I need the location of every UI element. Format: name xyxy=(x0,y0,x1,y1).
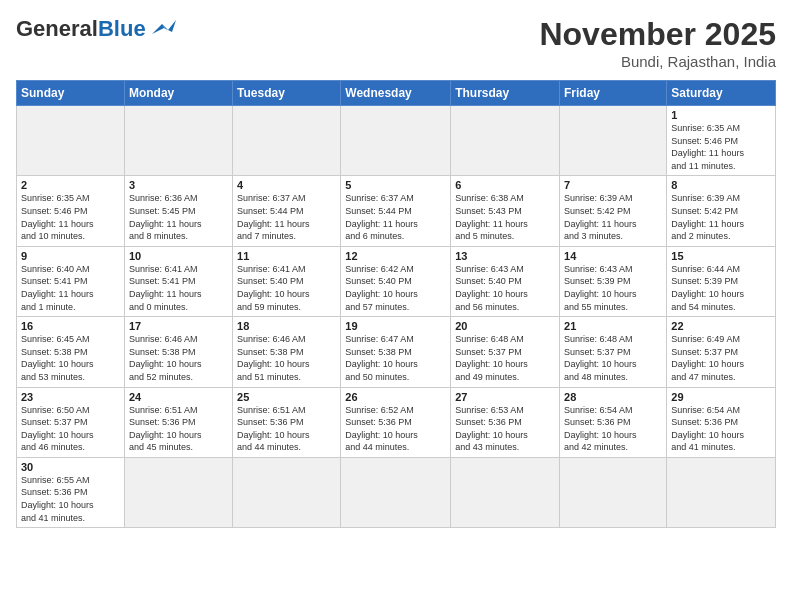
day-info: Sunrise: 6:36 AM Sunset: 5:45 PM Dayligh… xyxy=(129,192,228,242)
day-info: Sunrise: 6:37 AM Sunset: 5:44 PM Dayligh… xyxy=(345,192,446,242)
calendar-cell: 16Sunrise: 6:45 AM Sunset: 5:38 PM Dayli… xyxy=(17,317,125,387)
day-info: Sunrise: 6:37 AM Sunset: 5:44 PM Dayligh… xyxy=(237,192,336,242)
day-number: 30 xyxy=(21,461,120,473)
day-number: 19 xyxy=(345,320,446,332)
week-row-2: 9Sunrise: 6:40 AM Sunset: 5:41 PM Daylig… xyxy=(17,246,776,316)
day-number: 5 xyxy=(345,179,446,191)
day-info: Sunrise: 6:55 AM Sunset: 5:36 PM Dayligh… xyxy=(21,474,120,524)
logo-general: General xyxy=(16,16,98,42)
calendar-cell xyxy=(341,106,451,176)
day-number: 25 xyxy=(237,391,336,403)
day-info: Sunrise: 6:46 AM Sunset: 5:38 PM Dayligh… xyxy=(237,333,336,383)
day-number: 22 xyxy=(671,320,771,332)
calendar-cell: 9Sunrise: 6:40 AM Sunset: 5:41 PM Daylig… xyxy=(17,246,125,316)
calendar-cell xyxy=(560,106,667,176)
day-info: Sunrise: 6:43 AM Sunset: 5:40 PM Dayligh… xyxy=(455,263,555,313)
day-number: 9 xyxy=(21,250,120,262)
calendar-cell: 15Sunrise: 6:44 AM Sunset: 5:39 PM Dayli… xyxy=(667,246,776,316)
day-number: 16 xyxy=(21,320,120,332)
calendar-cell: 17Sunrise: 6:46 AM Sunset: 5:38 PM Dayli… xyxy=(124,317,232,387)
week-row-5: 30Sunrise: 6:55 AM Sunset: 5:36 PM Dayli… xyxy=(17,457,776,527)
page: GeneralBlue November 2025 Bundi, Rajasth… xyxy=(0,0,792,612)
calendar-cell xyxy=(667,457,776,527)
day-info: Sunrise: 6:48 AM Sunset: 5:37 PM Dayligh… xyxy=(564,333,662,383)
calendar-cell xyxy=(233,457,341,527)
day-number: 1 xyxy=(671,109,771,121)
calendar-cell: 28Sunrise: 6:54 AM Sunset: 5:36 PM Dayli… xyxy=(560,387,667,457)
col-header-friday: Friday xyxy=(560,81,667,106)
day-number: 6 xyxy=(455,179,555,191)
month-title: November 2025 xyxy=(539,16,776,53)
day-info: Sunrise: 6:39 AM Sunset: 5:42 PM Dayligh… xyxy=(671,192,771,242)
calendar-cell xyxy=(233,106,341,176)
calendar-cell: 13Sunrise: 6:43 AM Sunset: 5:40 PM Dayli… xyxy=(451,246,560,316)
day-number: 28 xyxy=(564,391,662,403)
calendar-cell: 30Sunrise: 6:55 AM Sunset: 5:36 PM Dayli… xyxy=(17,457,125,527)
week-row-0: 1Sunrise: 6:35 AM Sunset: 5:46 PM Daylig… xyxy=(17,106,776,176)
day-info: Sunrise: 6:35 AM Sunset: 5:46 PM Dayligh… xyxy=(21,192,120,242)
day-info: Sunrise: 6:53 AM Sunset: 5:36 PM Dayligh… xyxy=(455,404,555,454)
day-number: 2 xyxy=(21,179,120,191)
calendar-cell xyxy=(17,106,125,176)
day-number: 27 xyxy=(455,391,555,403)
day-number: 8 xyxy=(671,179,771,191)
calendar-cell: 25Sunrise: 6:51 AM Sunset: 5:36 PM Dayli… xyxy=(233,387,341,457)
calendar-cell xyxy=(341,457,451,527)
day-number: 17 xyxy=(129,320,228,332)
day-info: Sunrise: 6:51 AM Sunset: 5:36 PM Dayligh… xyxy=(129,404,228,454)
col-header-monday: Monday xyxy=(124,81,232,106)
calendar-cell: 26Sunrise: 6:52 AM Sunset: 5:36 PM Dayli… xyxy=(341,387,451,457)
logo-area: GeneralBlue xyxy=(16,16,178,42)
col-header-tuesday: Tuesday xyxy=(233,81,341,106)
day-number: 3 xyxy=(129,179,228,191)
calendar-cell xyxy=(451,106,560,176)
day-number: 21 xyxy=(564,320,662,332)
calendar-cell: 11Sunrise: 6:41 AM Sunset: 5:40 PM Dayli… xyxy=(233,246,341,316)
day-number: 14 xyxy=(564,250,662,262)
col-header-thursday: Thursday xyxy=(451,81,560,106)
day-number: 18 xyxy=(237,320,336,332)
calendar-cell xyxy=(124,106,232,176)
col-header-saturday: Saturday xyxy=(667,81,776,106)
calendar-cell: 1Sunrise: 6:35 AM Sunset: 5:46 PM Daylig… xyxy=(667,106,776,176)
calendar-cell: 12Sunrise: 6:42 AM Sunset: 5:40 PM Dayli… xyxy=(341,246,451,316)
title-area: November 2025 Bundi, Rajasthan, India xyxy=(539,16,776,70)
week-row-1: 2Sunrise: 6:35 AM Sunset: 5:46 PM Daylig… xyxy=(17,176,776,246)
calendar-cell: 21Sunrise: 6:48 AM Sunset: 5:37 PM Dayli… xyxy=(560,317,667,387)
day-number: 7 xyxy=(564,179,662,191)
day-number: 12 xyxy=(345,250,446,262)
day-info: Sunrise: 6:43 AM Sunset: 5:39 PM Dayligh… xyxy=(564,263,662,313)
day-number: 24 xyxy=(129,391,228,403)
calendar-cell: 6Sunrise: 6:38 AM Sunset: 5:43 PM Daylig… xyxy=(451,176,560,246)
calendar-cell: 2Sunrise: 6:35 AM Sunset: 5:46 PM Daylig… xyxy=(17,176,125,246)
day-info: Sunrise: 6:48 AM Sunset: 5:37 PM Dayligh… xyxy=(455,333,555,383)
day-info: Sunrise: 6:46 AM Sunset: 5:38 PM Dayligh… xyxy=(129,333,228,383)
calendar-cell: 3Sunrise: 6:36 AM Sunset: 5:45 PM Daylig… xyxy=(124,176,232,246)
col-header-sunday: Sunday xyxy=(17,81,125,106)
day-info: Sunrise: 6:35 AM Sunset: 5:46 PM Dayligh… xyxy=(671,122,771,172)
header: GeneralBlue November 2025 Bundi, Rajasth… xyxy=(16,16,776,70)
calendar-cell: 10Sunrise: 6:41 AM Sunset: 5:41 PM Dayli… xyxy=(124,246,232,316)
calendar: SundayMondayTuesdayWednesdayThursdayFrid… xyxy=(16,80,776,528)
calendar-cell xyxy=(451,457,560,527)
day-info: Sunrise: 6:39 AM Sunset: 5:42 PM Dayligh… xyxy=(564,192,662,242)
logo-blue: Blue xyxy=(98,16,146,42)
calendar-cell: 20Sunrise: 6:48 AM Sunset: 5:37 PM Dayli… xyxy=(451,317,560,387)
calendar-cell: 7Sunrise: 6:39 AM Sunset: 5:42 PM Daylig… xyxy=(560,176,667,246)
day-info: Sunrise: 6:40 AM Sunset: 5:41 PM Dayligh… xyxy=(21,263,120,313)
day-info: Sunrise: 6:38 AM Sunset: 5:43 PM Dayligh… xyxy=(455,192,555,242)
calendar-cell: 22Sunrise: 6:49 AM Sunset: 5:37 PM Dayli… xyxy=(667,317,776,387)
day-number: 11 xyxy=(237,250,336,262)
day-info: Sunrise: 6:51 AM Sunset: 5:36 PM Dayligh… xyxy=(237,404,336,454)
calendar-cell xyxy=(560,457,667,527)
day-info: Sunrise: 6:54 AM Sunset: 5:36 PM Dayligh… xyxy=(671,404,771,454)
logo: GeneralBlue xyxy=(16,16,178,42)
day-number: 26 xyxy=(345,391,446,403)
week-row-3: 16Sunrise: 6:45 AM Sunset: 5:38 PM Dayli… xyxy=(17,317,776,387)
day-number: 15 xyxy=(671,250,771,262)
location: Bundi, Rajasthan, India xyxy=(539,53,776,70)
day-number: 29 xyxy=(671,391,771,403)
day-number: 4 xyxy=(237,179,336,191)
calendar-header-row: SundayMondayTuesdayWednesdayThursdayFrid… xyxy=(17,81,776,106)
calendar-cell: 4Sunrise: 6:37 AM Sunset: 5:44 PM Daylig… xyxy=(233,176,341,246)
